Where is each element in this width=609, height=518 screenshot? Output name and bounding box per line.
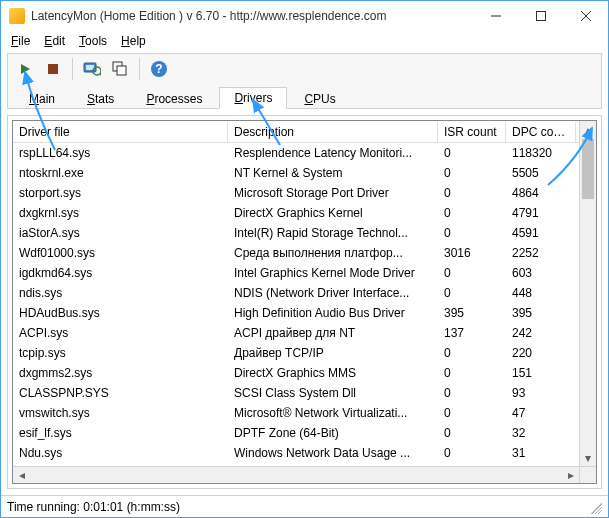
column-header-isr-count[interactable]: ISR count [438, 122, 506, 142]
drivers-list: Driver file Description ISR count DPC co… [12, 120, 597, 484]
tab-main[interactable]: Main [14, 88, 70, 109]
tab-cpus[interactable]: CPUs [289, 88, 350, 109]
app-icon [9, 8, 25, 24]
svg-rect-5 [48, 64, 58, 74]
cell-dpc: 603 [506, 264, 576, 282]
table-row[interactable]: igdkmd64.sysIntel Graphics Kernel Mode D… [13, 263, 596, 283]
tab-processes[interactable]: Processes [131, 88, 217, 109]
table-row[interactable]: ndis.sysNDIS (Network Driver Interface..… [13, 283, 596, 303]
cell-file: rspLLL64.sys [13, 144, 228, 162]
tabbar: Main Stats Processes Drivers CPUs [7, 83, 602, 109]
play-button[interactable] [12, 56, 38, 82]
cell-isr: 0 [438, 164, 506, 182]
cell-dpc: 4791 [506, 204, 576, 222]
cell-desc: NT Kernel & System [228, 164, 438, 182]
column-header-description[interactable]: Description [228, 122, 438, 142]
table-row[interactable]: ntoskrnl.exeNT Kernel & System05505 [13, 163, 596, 183]
cell-dpc: 448 [506, 284, 576, 302]
status-text: Time running: 0:01:01 (h:mm:ss) [7, 500, 180, 514]
cell-isr: 0 [438, 284, 506, 302]
cell-file: Ndu.sys [13, 444, 228, 462]
computer-icon-button[interactable] [79, 56, 105, 82]
svg-rect-1 [536, 12, 545, 21]
svg-line-9 [100, 74, 101, 76]
cell-isr: 0 [438, 404, 506, 422]
tab-drivers[interactable]: Drivers [219, 87, 287, 109]
scroll-up-icon[interactable]: ▴ [580, 121, 596, 138]
cell-file: tcpip.sys [13, 344, 228, 362]
help-icon-button[interactable]: ? [146, 56, 172, 82]
cell-dpc: 118320 [506, 144, 576, 162]
list-body: rspLLL64.sysResplendence Latency Monitor… [13, 143, 596, 483]
cell-isr: 0 [438, 344, 506, 362]
cell-desc: Windows Network Data Usage ... [228, 444, 438, 462]
menu-file[interactable]: File [5, 33, 36, 49]
cell-isr: 137 [438, 324, 506, 342]
table-row[interactable]: rspLLL64.sysResplendence Latency Monitor… [13, 143, 596, 163]
scroll-corner [579, 466, 596, 483]
cell-file: vmswitch.sys [13, 404, 228, 422]
resize-grip-icon[interactable] [588, 500, 602, 514]
cell-isr: 0 [438, 264, 506, 282]
scroll-thumb[interactable] [582, 139, 594, 199]
scroll-left-icon[interactable]: ◂ [13, 467, 30, 483]
scroll-right-icon[interactable]: ▸ [562, 467, 579, 483]
horizontal-scrollbar[interactable]: ◂ ▸ [13, 466, 579, 483]
table-row[interactable]: ACPI.sysACPI драйвер для NT137242 [13, 323, 596, 343]
cell-isr: 395 [438, 304, 506, 322]
table-row[interactable]: Wdf01000.sysСреда выполнения платфор...3… [13, 243, 596, 263]
cell-file: ndis.sys [13, 284, 228, 302]
stop-button[interactable] [40, 56, 66, 82]
table-row[interactable]: esif_lf.sysDPTF Zone (64-Bit)032 [13, 423, 596, 443]
maximize-button[interactable] [518, 1, 563, 31]
cell-isr: 0 [438, 144, 506, 162]
column-header-dpc-count[interactable]: DPC count [506, 122, 576, 142]
vertical-scrollbar[interactable]: ▴ ▾ [579, 121, 596, 466]
table-row[interactable]: vmswitch.sysMicrosoft® Network Virtualiz… [13, 403, 596, 423]
table-row[interactable]: storport.sysMicrosoft Storage Port Drive… [13, 183, 596, 203]
cell-desc: DirectX Graphics Kernel [228, 204, 438, 222]
cell-dpc: 2252 [506, 244, 576, 262]
cell-dpc: 4864 [506, 184, 576, 202]
cell-isr: 0 [438, 184, 506, 202]
cell-dpc: 47 [506, 404, 576, 422]
cell-dpc: 242 [506, 324, 576, 342]
cell-file: Wdf01000.sys [13, 244, 228, 262]
cell-file: esif_lf.sys [13, 424, 228, 442]
close-button[interactable] [563, 1, 608, 31]
menubar: File Edit Tools Help [1, 31, 608, 51]
column-headers: Driver file Description ISR count DPC co… [13, 121, 596, 143]
cell-desc: SCSI Class System Dll [228, 384, 438, 402]
svg-text:?: ? [155, 62, 162, 76]
table-row[interactable]: Ndu.sysWindows Network Data Usage ...031 [13, 443, 596, 463]
scroll-down-icon[interactable]: ▾ [580, 449, 596, 466]
cell-desc: Среда выполнения платфор... [228, 244, 438, 262]
cell-file: dxgmms2.sys [13, 364, 228, 382]
menu-help[interactable]: Help [115, 33, 152, 49]
cell-desc: DirectX Graphics MMS [228, 364, 438, 382]
table-row[interactable]: tcpip.sysДрайвер TCP/IP0220 [13, 343, 596, 363]
toolbar: ? [7, 53, 602, 83]
window-title: LatencyMon (Home Edition ) v 6.70 - http… [31, 9, 387, 23]
table-row[interactable]: HDAudBus.sysHigh Definition Audio Bus Dr… [13, 303, 596, 323]
table-row[interactable]: dxgmms2.sysDirectX Graphics MMS0151 [13, 363, 596, 383]
cell-dpc: 93 [506, 384, 576, 402]
tab-stats[interactable]: Stats [72, 88, 129, 109]
cell-dpc: 220 [506, 344, 576, 362]
table-row[interactable]: dxgkrnl.sysDirectX Graphics Kernel04791 [13, 203, 596, 223]
cell-dpc: 151 [506, 364, 576, 382]
windows-icon-button[interactable] [107, 56, 133, 82]
toolbar-separator [72, 58, 73, 80]
column-header-file[interactable]: Driver file [13, 122, 228, 142]
cell-desc: High Definition Audio Bus Driver [228, 304, 438, 322]
table-row[interactable]: iaStorA.sysIntel(R) Rapid Storage Techno… [13, 223, 596, 243]
menu-edit[interactable]: Edit [38, 33, 71, 49]
svg-marker-4 [21, 64, 30, 74]
table-row[interactable]: CLASSPNP.SYSSCSI Class System Dll093 [13, 383, 596, 403]
titlebar: LatencyMon (Home Edition ) v 6.70 - http… [1, 1, 608, 31]
minimize-button[interactable] [473, 1, 518, 31]
cell-desc: Драйвер TCP/IP [228, 344, 438, 362]
menu-tools[interactable]: Tools [73, 33, 113, 49]
cell-isr: 0 [438, 364, 506, 382]
cell-file: HDAudBus.sys [13, 304, 228, 322]
